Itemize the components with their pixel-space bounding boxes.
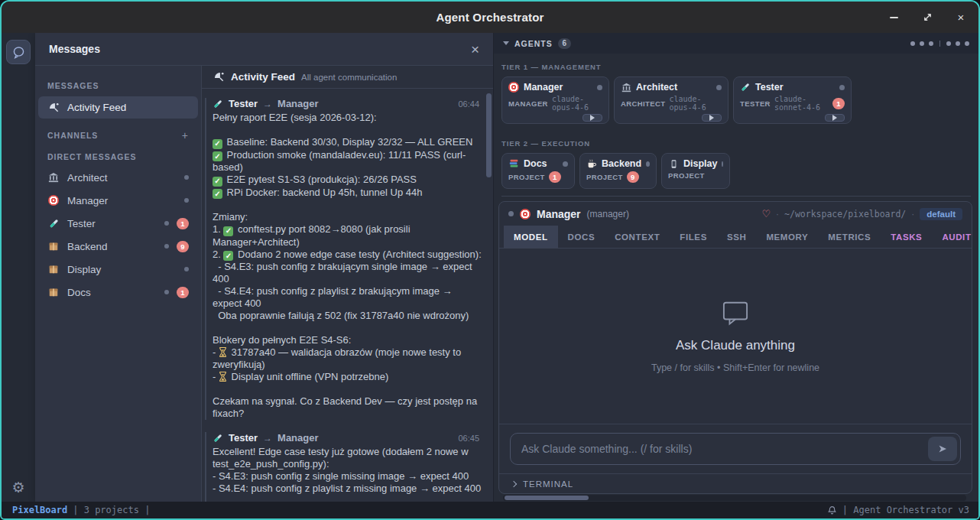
presence-dot xyxy=(164,221,169,226)
message-recipient: Manager xyxy=(277,432,318,444)
dm-name: Docs xyxy=(67,287,91,298)
tab-files[interactable]: FILES xyxy=(670,226,717,248)
title-bar: Agent Orchestrator × xyxy=(2,2,978,33)
channels-section: CHANNELS + xyxy=(35,123,201,146)
play-icon xyxy=(590,115,595,121)
terminal-toggle[interactable]: TERMINAL xyxy=(499,473,972,493)
run-agent-button[interactable] xyxy=(825,114,845,122)
minimize-button[interactable] xyxy=(887,11,900,24)
play-icon xyxy=(709,115,714,121)
message-sender: Tester xyxy=(229,432,258,444)
target-icon xyxy=(508,82,519,93)
empty-state-title: Ask Claude anything xyxy=(676,338,795,353)
settings-button[interactable]: ⚙ xyxy=(11,480,24,495)
env-badge[interactable]: default xyxy=(920,208,962,220)
test-tube-icon xyxy=(213,433,223,444)
package-icon xyxy=(47,240,60,252)
message-timestamp: 06:45 xyxy=(458,434,484,443)
feed-title: Activity Feed xyxy=(231,71,295,83)
package-icon xyxy=(47,286,60,298)
agent-model: claude-sonnet-4-6 xyxy=(774,95,829,112)
tab-memory[interactable]: MEMORY xyxy=(756,226,818,248)
status-dot xyxy=(646,161,650,167)
dm-item-manager[interactable]: Manager xyxy=(38,190,198,211)
dm-section-label: DIRECT MESSAGES xyxy=(35,146,201,166)
tab-tasks[interactable]: TASKS xyxy=(881,226,932,248)
tab-context[interactable]: CONTEXT xyxy=(605,226,670,248)
message-list[interactable]: Tester → Manager 06:44 Pełny raport E2E … xyxy=(202,89,493,502)
target-icon xyxy=(520,209,531,219)
test-tube-icon xyxy=(47,217,60,229)
tab-docs[interactable]: DOCS xyxy=(558,226,605,248)
tab-metrics[interactable]: METRICS xyxy=(818,226,881,248)
tab-model[interactable]: MODEL xyxy=(504,226,558,248)
messages-rail-button[interactable] xyxy=(6,40,31,64)
collapse-triangle-icon xyxy=(503,41,509,45)
dm-item-tester[interactable]: Tester 1 xyxy=(38,213,198,234)
message-body: Excellent! Edge case testy już gotowe (d… xyxy=(213,446,484,502)
dm-item-docs[interactable]: Docs 1 xyxy=(38,281,198,303)
agent-card-backend[interactable]: Backend PROJECT 9 xyxy=(579,153,657,189)
presence-dot xyxy=(164,244,169,249)
bell-icon[interactable] xyxy=(827,505,837,515)
presence-dot xyxy=(164,290,169,294)
agent-card-tester[interactable]: Tester TESTER claude-sonnet-4-6 1 xyxy=(733,76,852,124)
heart-icon[interactable]: ♡ xyxy=(761,208,771,219)
agent-role: TESTER xyxy=(740,99,771,108)
agent-card-display[interactable]: Display PROJECT xyxy=(661,153,730,189)
feed-scrollbar[interactable] xyxy=(486,93,492,177)
composer-input[interactable] xyxy=(510,433,961,465)
messages-drawer-header: Messages × xyxy=(35,33,493,66)
messages-drawer: Messages × MESSAGES Activity Feed CHANNE… xyxy=(35,33,494,502)
scrollbar-thumb[interactable] xyxy=(505,496,589,500)
unread-badge: 1 xyxy=(549,171,561,183)
activity-feed-header: Activity Feed All agent communication xyxy=(202,66,493,89)
test-tube-icon xyxy=(213,99,223,109)
maximize-icon xyxy=(923,12,933,22)
package-icon xyxy=(47,263,60,275)
presence-dot xyxy=(184,175,189,180)
agent-card-docs[interactable]: Docs PROJECT 1 xyxy=(501,153,575,189)
unread-badge: 1 xyxy=(177,218,189,229)
workspace-path: ~/workspace/pixelboard/ xyxy=(784,209,906,219)
tab-audit[interactable]: AUDIT xyxy=(932,226,972,248)
agent-role: PROJECT xyxy=(586,173,623,181)
dm-name: Tester xyxy=(67,218,96,229)
chat-empty-state: Ask Claude anything Type / for skills • … xyxy=(499,249,972,424)
horizontal-scrollbar[interactable] xyxy=(503,495,966,501)
dm-item-display[interactable]: Display xyxy=(38,258,198,280)
close-icon: × xyxy=(958,11,965,23)
nav-item-activity-feed[interactable]: Activity Feed xyxy=(38,96,198,119)
agent-detail-tabs: MODEL DOCS CONTEXT FILES SSH MEMORY METR… xyxy=(499,226,972,249)
add-channel-button[interactable]: + xyxy=(182,129,189,141)
dm-item-backend[interactable]: Backend 9 xyxy=(38,236,198,257)
status-dot xyxy=(716,85,722,90)
status-dot xyxy=(839,85,845,90)
agent-detail-role: (manager) xyxy=(587,209,629,219)
maximize-button[interactable] xyxy=(920,11,934,24)
run-agent-button[interactable] xyxy=(702,114,722,122)
agents-panel: AGENTS 6 TIER 1 — MANAGEMENT Manager xyxy=(494,33,978,502)
presence-dot xyxy=(184,198,189,203)
chevron-right-icon xyxy=(511,480,517,486)
agent-detail-header: Manager (manager) ♡ · ~/workspace/pixelb… xyxy=(499,202,972,226)
agents-header[interactable]: AGENTS 6 xyxy=(494,33,978,54)
speech-bubble-icon xyxy=(721,300,750,326)
dm-item-architect[interactable]: Architect xyxy=(38,167,198,188)
play-icon xyxy=(832,115,837,121)
agent-role: ARCHITECT xyxy=(621,99,666,108)
feed-message: Tester → Manager 06:45 Excellent! Edge c… xyxy=(205,432,484,502)
run-agent-button[interactable] xyxy=(582,114,602,122)
satellite-dish-icon xyxy=(47,102,60,114)
classical-building-icon xyxy=(621,82,631,93)
close-drawer-button[interactable]: × xyxy=(471,42,479,57)
layout-dots-handle[interactable] xyxy=(910,41,969,47)
close-window-button[interactable]: × xyxy=(954,11,968,24)
status-bar: PixelBoard | 3 projects | | Agent Orches… xyxy=(2,502,978,518)
window-title: Agent Orchestrator xyxy=(436,11,544,24)
agent-card-architect[interactable]: Architect ARCHITECT claude-opus-4-6 xyxy=(614,76,729,124)
tab-ssh[interactable]: SSH xyxy=(717,226,756,248)
agent-card-manager[interactable]: Manager MANAGER claude-opus-4-6 xyxy=(501,76,609,124)
drawer-title: Messages xyxy=(49,43,100,55)
send-button[interactable] xyxy=(928,437,957,461)
